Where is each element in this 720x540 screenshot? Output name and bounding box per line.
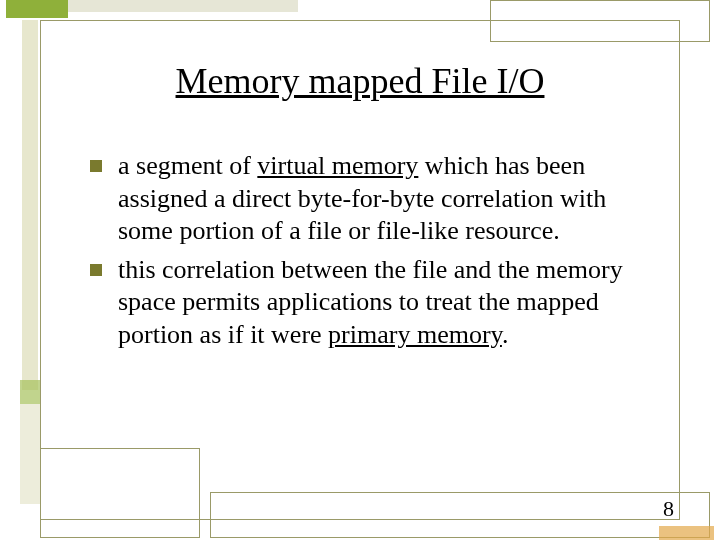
bullet-square-icon	[90, 264, 102, 276]
bullet-text-post: .	[502, 320, 509, 349]
accent-orange-block	[659, 526, 714, 540]
left-strip-green	[20, 380, 40, 404]
accent-tan-bar	[68, 0, 298, 12]
page-number: 8	[663, 496, 674, 522]
bullet-text-underlined: primary memory	[328, 320, 502, 349]
bullet-square-icon	[90, 160, 102, 172]
bullet-text-pre: a segment of	[118, 151, 257, 180]
bullet-item: a segment of virtual memory which has be…	[90, 150, 650, 248]
accent-green-block	[6, 0, 68, 18]
bullet-text-underlined: virtual memory	[257, 151, 418, 180]
frame-bottom-right	[210, 492, 710, 538]
bullet-item: this correlation between the file and th…	[90, 254, 650, 352]
frame-bottom-left	[40, 448, 200, 538]
frame-top-right	[490, 0, 710, 42]
left-strip-tan	[20, 404, 40, 504]
slide-title-text: Memory mapped File I/O	[176, 61, 545, 101]
slide: Memory mapped File I/O a segment of virt…	[0, 0, 720, 540]
slide-body: a segment of virtual memory which has be…	[90, 150, 650, 357]
slide-title: Memory mapped File I/O	[0, 60, 720, 102]
